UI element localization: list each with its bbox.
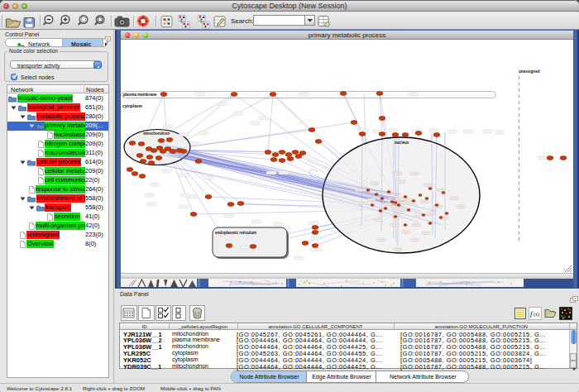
svg-text:cytoplasm: cytoplasm bbox=[122, 104, 142, 108]
svg-text:(x): (x) bbox=[534, 312, 539, 318]
svg-text:Search:: Search: bbox=[231, 17, 254, 25]
svg-text:nucleus: nucleus bbox=[395, 141, 409, 145]
svg-text:endoplasmic reticulum: endoplasmic reticulum bbox=[215, 231, 256, 235]
svg-text:unassigned: unassigned bbox=[519, 69, 540, 74]
svg-text:plasma membrane: plasma membrane bbox=[123, 93, 157, 97]
svg-text:mitochondrion: mitochondrion bbox=[143, 131, 170, 136]
